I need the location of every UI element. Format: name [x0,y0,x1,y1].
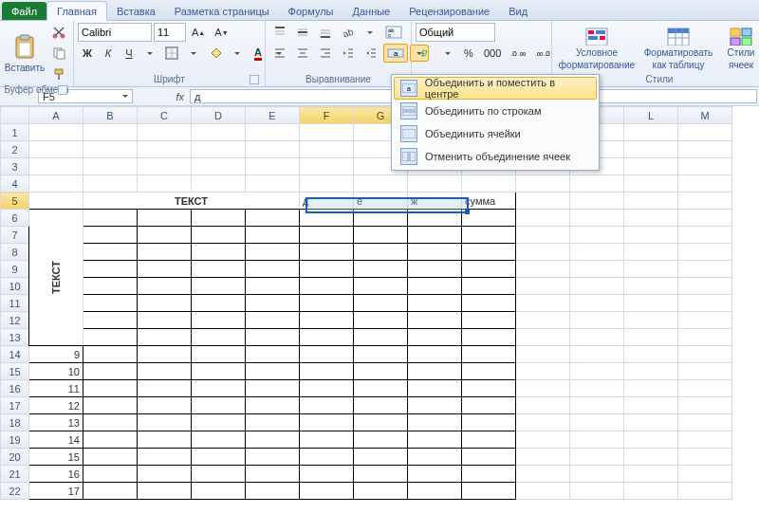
tab-data[interactable]: Данные [342,2,399,20]
row-header[interactable]: 13 [1,329,29,346]
orientation-dropdown[interactable] [361,24,380,41]
cell[interactable]: 13 [29,414,83,431]
col-header-A[interactable]: A [29,107,83,124]
row-header[interactable]: 2 [1,141,29,158]
tab-formulas[interactable]: Формулы [279,2,343,20]
row-header[interactable]: 11 [1,295,29,312]
cell[interactable]: 17 [29,483,83,500]
row-header[interactable]: 9 [1,261,29,278]
accounting-dropdown[interactable] [438,45,457,62]
number-format-select[interactable] [416,23,495,42]
row-header[interactable]: 5 [1,193,29,210]
col-header-C[interactable]: C [138,107,192,124]
align-left-button[interactable] [269,44,290,63]
name-box-dropdown[interactable] [122,91,128,102]
borders-button[interactable] [161,44,182,63]
align-right-button[interactable] [315,44,336,63]
row-header[interactable]: 16 [1,380,29,397]
cell-H5[interactable]: ж [408,193,462,210]
cell[interactable]: 16 [29,466,83,483]
row-header[interactable]: 4 [1,175,29,193]
conditional-formatting-button[interactable]: Условноеформатирование [556,26,638,71]
select-all-corner[interactable] [1,107,29,124]
decrease-decimal-button[interactable]: .00.0 [531,44,554,63]
row-header[interactable]: 15 [1,363,29,380]
row-header[interactable]: 14 [1,346,29,363]
cell[interactable]: 14 [29,431,83,449]
row-header[interactable]: 3 [1,158,29,175]
font-size-select[interactable] [154,23,186,42]
cell-vertical-text[interactable]: ТЕКСТ [29,210,83,346]
cut-button[interactable] [48,23,69,42]
align-center-button[interactable] [292,44,313,63]
row-header[interactable]: 22 [1,483,29,500]
col-header-L[interactable]: L [624,107,678,124]
row-header[interactable]: 8 [1,244,29,261]
cell-I5[interactable]: сумма [462,193,516,210]
row-header[interactable]: 18 [1,414,29,431]
cell-merged-text[interactable]: ТЕКСТ [83,193,300,210]
borders-dropdown[interactable] [184,45,203,62]
row-header[interactable]: 1 [1,124,29,141]
font-color-button[interactable]: A [249,44,268,63]
cell[interactable]: 11 [29,380,83,397]
align-top-button[interactable] [269,23,290,42]
tab-insert[interactable]: Вставка [107,2,165,20]
cell[interactable]: 15 [29,449,83,466]
col-header-B[interactable]: B [83,107,138,124]
worksheet[interactable]: A B C D E F G H I J K L M 1 2 3 4 5 ТЕКС… [0,106,759,500]
col-header-M[interactable]: M [678,107,732,124]
increase-indent-button[interactable] [361,44,381,63]
col-header-D[interactable]: D [192,107,246,124]
percent-button[interactable]: % [459,44,478,63]
dialog-launcher-font[interactable] [250,75,259,84]
merge-across-item[interactable]: Объединить по строкам [394,100,597,122]
cell-styles-button[interactable]: Стилиячеек [719,26,759,71]
merge-center-button[interactable]: a [383,44,408,63]
row-header[interactable]: 12 [1,312,29,329]
tab-review[interactable]: Рецензирование [399,2,499,20]
copy-button[interactable] [48,44,69,63]
cell[interactable] [29,193,83,210]
row-header[interactable]: 20 [1,449,29,466]
format-painter-button[interactable] [48,64,69,83]
col-header-E[interactable]: E [246,107,300,124]
font-name-select[interactable] [78,23,152,42]
tab-page-layout[interactable]: Разметка страницы [165,2,279,20]
cell-F5[interactable]: д [300,193,354,210]
underline-button[interactable]: Ч [120,44,139,63]
row-header[interactable]: 6 [1,210,29,227]
fill-color-button[interactable] [205,44,226,63]
paste-button[interactable]: Вставить [4,30,46,76]
wrap-text-button[interactable]: abc [381,23,406,42]
fx-icon[interactable]: fx [176,91,184,102]
accounting-format-button[interactable]: ₽ [416,44,436,63]
italic-button[interactable]: К [99,44,118,63]
merge-cells-item[interactable]: Объединить ячейки [394,122,597,145]
cell-G5[interactable]: е [354,193,408,210]
grid[interactable]: A B C D E F G H I J K L M 1 2 3 4 5 ТЕКС… [0,106,732,500]
orientation-button[interactable]: ab [338,23,359,42]
col-header-F[interactable]: F [300,107,354,124]
merge-and-center-item[interactable]: a Объединить и поместить в центре [394,77,597,100]
row-header[interactable]: 21 [1,466,29,483]
decrease-indent-button[interactable] [338,44,359,63]
cell[interactable]: 10 [29,363,83,380]
row-header[interactable]: 10 [1,278,29,295]
row-header[interactable]: 19 [1,431,29,449]
tab-home[interactable]: Главная [46,1,107,21]
tab-file[interactable]: Файл [2,2,46,20]
format-as-table-button[interactable]: Форматироватькак таблицу [640,26,716,71]
cell[interactable]: 12 [29,397,83,414]
fill-color-dropdown[interactable] [228,45,247,62]
row-header[interactable]: 17 [1,397,29,414]
dialog-launcher-clipboard[interactable] [58,85,67,95]
tab-view[interactable]: Вид [499,2,537,20]
bold-button[interactable]: Ж [78,44,97,63]
align-bottom-button[interactable] [315,23,336,42]
cell[interactable]: 9 [29,346,83,363]
decrease-font-button[interactable]: A▼ [211,23,231,42]
row-header[interactable]: 7 [1,227,29,244]
unmerge-cells-item[interactable]: Отменить объединение ячеек [394,145,597,168]
align-middle-button[interactable] [292,23,313,42]
